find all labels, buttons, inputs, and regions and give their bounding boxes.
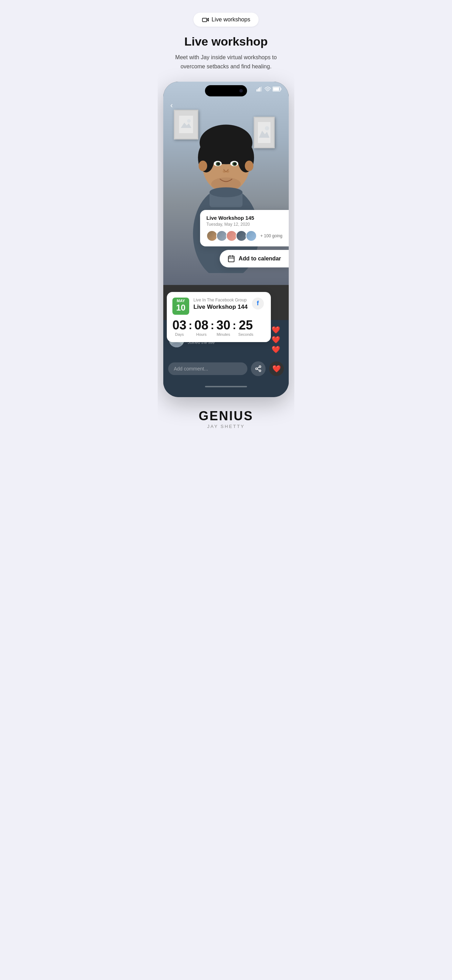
svg-rect-4 <box>259 87 260 91</box>
svg-point-39 <box>170 342 183 347</box>
svg-point-21 <box>199 161 207 171</box>
home-indicator-bar <box>205 386 247 387</box>
heart-icon-1: ❤️ <box>272 326 280 334</box>
heart-button[interactable]: ❤️ <box>269 361 284 376</box>
phone-frame: ‹ Live Workshop 145 Tuesday, May 12, 202… <box>163 82 289 397</box>
heading-section: Live workshop Meet with Jay inside virtu… <box>158 27 294 78</box>
going-count: + 100 going <box>260 234 282 238</box>
comment-bar: Add comment... ❤️ <box>163 358 289 383</box>
svg-line-43 <box>257 369 259 370</box>
attendees-row: + 100 going <box>206 230 282 242</box>
svg-rect-0 <box>202 18 207 22</box>
workshop-info-card: Live Workshop 145 Tuesday, May 12, 2020 … <box>200 210 289 247</box>
svg-line-44 <box>257 367 259 368</box>
heart-button-icon: ❤️ <box>272 364 281 373</box>
timer-hours: 08 Hours <box>194 319 208 336</box>
days-number: 03 <box>172 319 186 332</box>
timer-separator-1: : <box>188 320 193 331</box>
date-badge-day: 10 <box>176 303 186 313</box>
countdown-label: Live In The Facebook Group <box>193 298 248 302</box>
svg-point-28 <box>234 162 237 165</box>
svg-point-30 <box>226 170 229 173</box>
timer-separator-3: : <box>232 320 236 331</box>
svg-rect-8 <box>281 88 282 90</box>
svg-point-22 <box>245 161 253 171</box>
svg-rect-34 <box>228 256 234 262</box>
genius-footer: GENIUS JAY SHETTY <box>192 397 260 443</box>
timer-seconds: 25 Seconds <box>238 319 253 336</box>
phone-notch <box>205 85 247 96</box>
page-title: Live workshop <box>168 35 284 48</box>
days-label: Days <box>172 332 186 336</box>
svg-point-29 <box>223 170 226 173</box>
heart-icon-3: ❤️ <box>272 345 280 354</box>
share-icon <box>255 365 262 372</box>
live-section: May 10 Live In The Facebook Group Live W… <box>163 320 289 397</box>
live-workshops-badge[interactable]: Live workshops <box>193 13 259 27</box>
genius-subtitle: JAY SHETTY <box>199 424 253 429</box>
workshop-card-date: Tuesday, May 12, 2020 <box>206 222 282 227</box>
facebook-icon: f <box>252 298 264 310</box>
svg-point-6 <box>267 91 268 91</box>
page-subtitle: Meet with Jay inside virtual workshops t… <box>168 53 284 71</box>
svg-rect-9 <box>273 87 279 91</box>
home-indicator <box>163 383 289 391</box>
status-bar <box>256 87 282 91</box>
date-badge: May 10 <box>172 298 189 315</box>
video-background: ‹ Live Workshop 145 Tuesday, May 12, 202… <box>163 82 289 285</box>
attendee-avatar-5 <box>246 230 257 242</box>
calendar-icon <box>228 255 235 262</box>
countdown-timer: 03 Days : 08 Hours : 30 Minutes : <box>172 319 264 336</box>
seconds-number: 25 <box>238 319 253 332</box>
countdown-info: Live In The Facebook Group Live Workshop… <box>193 298 248 310</box>
heart-icon-2: ❤️ <box>272 336 280 344</box>
date-badge-month: May <box>176 299 186 303</box>
battery-icon <box>272 87 282 91</box>
svg-rect-3 <box>258 88 259 91</box>
timer-separator-2: : <box>210 320 215 331</box>
timer-days: 03 Days <box>172 319 186 336</box>
back-button[interactable]: ‹ <box>170 101 173 110</box>
calendar-button-label: Add to calendar <box>239 256 281 262</box>
hours-number: 08 <box>194 319 208 332</box>
add-to-calendar-button[interactable]: Add to calendar <box>220 250 289 267</box>
svg-rect-2 <box>256 89 258 91</box>
svg-rect-5 <box>261 87 262 91</box>
minutes-label: Minutes <box>216 332 230 336</box>
badge-label: Live workshops <box>212 16 250 23</box>
minutes-number: 30 <box>216 319 230 332</box>
workshop-card-title: Live Workshop 145 <box>206 215 282 221</box>
svg-point-27 <box>217 162 220 165</box>
countdown-card: May 10 Live In The Facebook Group Live W… <box>167 292 271 342</box>
genius-logo: GENIUS <box>199 410 253 422</box>
hours-label: Hours <box>194 332 208 336</box>
video-icon <box>202 16 209 23</box>
wifi-icon <box>264 87 271 91</box>
signal-icon <box>256 87 263 91</box>
phone-mockup: ‹ Live Workshop 145 Tuesday, May 12, 202… <box>158 82 294 397</box>
hearts-cluster: ❤️ ❤️ ❤️ <box>272 326 283 354</box>
svg-point-33 <box>210 187 242 197</box>
timer-minutes: 30 Minutes <box>216 319 230 336</box>
seconds-label: Seconds <box>238 332 253 336</box>
comment-input[interactable]: Add comment... <box>168 363 247 375</box>
countdown-title: Live Workshop 144 <box>193 304 248 310</box>
share-button[interactable] <box>251 361 266 376</box>
countdown-header: May 10 Live In The Facebook Group Live W… <box>172 298 264 315</box>
notch-camera <box>239 89 243 92</box>
